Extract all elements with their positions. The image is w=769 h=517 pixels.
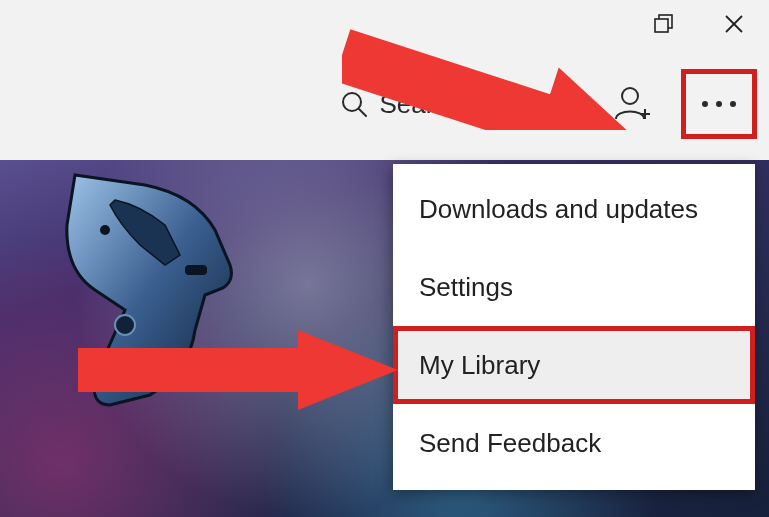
menu-item-send-feedback[interactable]: Send Feedback [393, 404, 755, 482]
cart-label: Cart [536, 89, 585, 120]
svg-point-8 [514, 112, 520, 118]
search-icon [339, 89, 369, 119]
close-icon [724, 14, 744, 34]
content-area: Downloads and updates Settings My Librar… [0, 160, 769, 517]
more-button[interactable] [681, 69, 757, 139]
menu-item-settings[interactable]: Settings [393, 248, 755, 326]
svg-point-12 [702, 101, 708, 107]
store-toolbar: Search Cart [0, 48, 769, 160]
menu-item-label: My Library [419, 350, 540, 381]
cart-button[interactable]: Cart [490, 88, 585, 120]
account-button[interactable] [613, 85, 653, 123]
menu-item-my-library[interactable]: My Library [393, 326, 755, 404]
cart-icon [490, 88, 526, 120]
svg-point-13 [716, 101, 722, 107]
menu-item-label: Settings [419, 272, 513, 303]
search-label: Search [379, 89, 461, 120]
svg-point-9 [622, 88, 638, 104]
search-button[interactable]: Search [339, 89, 461, 120]
maximize-button[interactable] [629, 0, 699, 48]
menu-item-downloads-and-updates[interactable]: Downloads and updates [393, 170, 755, 248]
person-add-icon [613, 85, 653, 123]
close-button[interactable] [699, 0, 769, 48]
svg-rect-1 [655, 19, 668, 32]
ellipsis-icon [697, 98, 741, 110]
maximize-icon [654, 14, 674, 34]
more-menu: Downloads and updates Settings My Librar… [393, 164, 755, 490]
svg-line-5 [359, 109, 366, 116]
svg-point-7 [501, 112, 507, 118]
menu-item-label: Send Feedback [419, 428, 601, 459]
window-titlebar [0, 0, 769, 48]
menu-item-label: Downloads and updates [419, 194, 698, 225]
svg-point-14 [730, 101, 736, 107]
